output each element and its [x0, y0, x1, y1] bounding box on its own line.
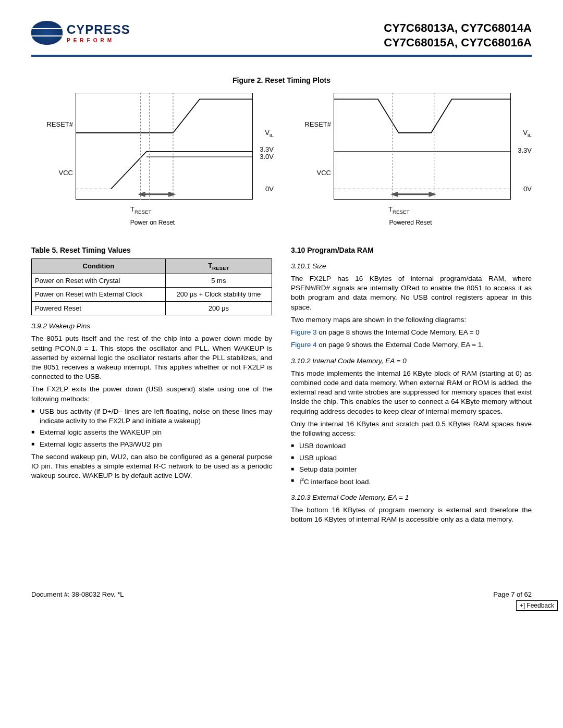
cell-cond: Powered Reset [32, 301, 166, 315]
th-treset: TRESET [165, 258, 272, 274]
heading-3-10-2: 3.10.2 Internal Code Memory, EA = 0 [291, 356, 532, 366]
text: on page 9 shows the External Code Memory… [317, 341, 484, 349]
list-item: USB download [291, 441, 532, 451]
cell-val: 200 μs + Clock stability time [165, 288, 272, 302]
para: The bottom 16 KBytes of program memory i… [291, 505, 532, 524]
table-reset-timing: Condition TRESET Power on Reset with Cry… [31, 258, 272, 315]
para: Only the internal 16 KBytes and scratch … [291, 419, 532, 438]
heading-3-10-1: 3.10.1 Size [291, 262, 532, 271]
parts-line-1: CY7C68013A, CY7C68014A [384, 21, 532, 35]
heading-3-10-3: 3.10.3 External Code Memory, EA = 1 [291, 493, 532, 502]
th-condition: Condition [32, 258, 166, 274]
figure-caption: Figure 2. Reset Timing Plots [31, 76, 532, 85]
svg-marker-13 [390, 192, 398, 197]
label-reset: RESET# [31, 120, 73, 129]
list-item: External logic asserts the WAKEUP pin [31, 428, 272, 437]
cell-val: 5 ms [165, 274, 272, 288]
svg-marker-7 [168, 192, 176, 197]
label-0v: 0V [265, 184, 274, 194]
svg-marker-6 [138, 192, 145, 197]
label-vil: VIL [265, 129, 274, 137]
heading-3-10: 3.10 Program/Data RAM [291, 245, 532, 255]
para: The FX2LP has 16 KBytes of internal prog… [291, 274, 532, 312]
label-treset: TRESET [130, 205, 151, 213]
plot-power-on-reset: RESET# VCC VIL 3.3V 3.0V 0V TRESET Power… [31, 93, 274, 220]
para: Figure 4 on page 9 shows the External Co… [291, 340, 532, 350]
list-item: External logic asserts the PA3/WU2 pin [31, 440, 272, 449]
brand-name: CYPRESS [67, 21, 130, 38]
page-footer: Document #: 38-08032 Rev. *L Page 7 of 6… [31, 590, 532, 599]
access-list: USB download USB upload Setup data point… [291, 441, 532, 486]
label-treset-r: TRESET [388, 205, 409, 213]
para: Two memory maps are shown in the followi… [291, 315, 532, 325]
link-figure-4[interactable]: Figure 4 [291, 341, 317, 349]
plot-left-svg [76, 93, 253, 200]
cypress-globe-icon [31, 21, 63, 45]
text: on page 8 shows the Internal Code Memory… [317, 328, 480, 336]
table-row: Power on Reset with External Clock 200 μ… [32, 288, 272, 302]
para: The second wakeup pin, WU2, can also be … [31, 452, 272, 481]
para: The 8051 puts itself and the rest of the… [31, 334, 272, 381]
list-item: Setup data pointer [291, 465, 532, 474]
left-column: Table 5. Reset Timing Values Condition T… [31, 240, 272, 527]
logo: CYPRESS PERFORM [31, 21, 130, 45]
brand-tagline: PERFORM [67, 37, 130, 44]
part-numbers: CY7C68013A, CY7C68014A CY7C68015A, CY7C6… [384, 21, 532, 50]
table-row: Powered Reset 200 μs [32, 301, 272, 315]
label-vil-r: VIL [523, 129, 532, 137]
content-columns: Table 5. Reset Timing Values Condition T… [31, 240, 532, 527]
page-header: CYPRESS PERFORM CY7C68013A, CY7C68014A C… [31, 21, 532, 50]
label-vcc-r: VCC [289, 168, 331, 178]
plot-right-svg [334, 93, 511, 200]
label-3-3v-r: 3.3V [518, 146, 532, 155]
feedback-button[interactable]: +] Feedback [516, 600, 558, 611]
wakeup-methods-list: USB bus activity (if D+/D– lines are lef… [31, 407, 272, 449]
right-column: 3.10 Program/Data RAM 3.10.1 Size The FX… [291, 240, 532, 527]
list-item: USB upload [291, 453, 532, 463]
label-vcc: VCC [31, 168, 73, 178]
label-0v-r: 0V [523, 184, 532, 194]
list-item: USB bus activity (if D+/D– lines are lef… [31, 407, 272, 426]
link-figure-3[interactable]: Figure 3 [291, 328, 317, 336]
page-number: Page 7 of 62 [493, 590, 532, 599]
table5-caption: Table 5. Reset Timing Values [31, 245, 272, 255]
document-number: Document #: 38-08032 Rev. *L [31, 590, 124, 599]
cell-cond: Power on Reset with External Clock [32, 288, 166, 302]
list-item: I2C interface boot load. [291, 476, 532, 487]
timing-plots: RESET# VCC VIL 3.3V 3.0V 0V TRESET Power… [31, 93, 532, 220]
cell-cond: Power on Reset with Crystal [32, 274, 166, 288]
plot-right-caption: Powered Reset [289, 218, 532, 227]
para: Figure 3 on page 8 shows the Internal Co… [291, 328, 532, 337]
plot-powered-reset: RESET# VCC VIL 3.3V 0V TRESET Powered Re… [289, 93, 532, 220]
svg-marker-14 [429, 192, 436, 197]
heading-3-9-2: 3.9.2 Wakeup Pins [31, 322, 272, 331]
plot-left-caption: Power on Reset [31, 218, 274, 227]
table-row: Power on Reset with Crystal 5 ms [32, 274, 272, 288]
label-3-0v: 3.0V [260, 152, 274, 162]
parts-line-2: CY7C68015A, CY7C68016A [384, 35, 532, 50]
para: This mode implements the internal 16 KBy… [291, 369, 532, 416]
header-rule [31, 55, 532, 57]
para: The FX2LP exits the power down (USB susp… [31, 385, 272, 403]
label-reset-r: RESET# [289, 120, 331, 129]
cell-val: 200 μs [165, 301, 272, 315]
